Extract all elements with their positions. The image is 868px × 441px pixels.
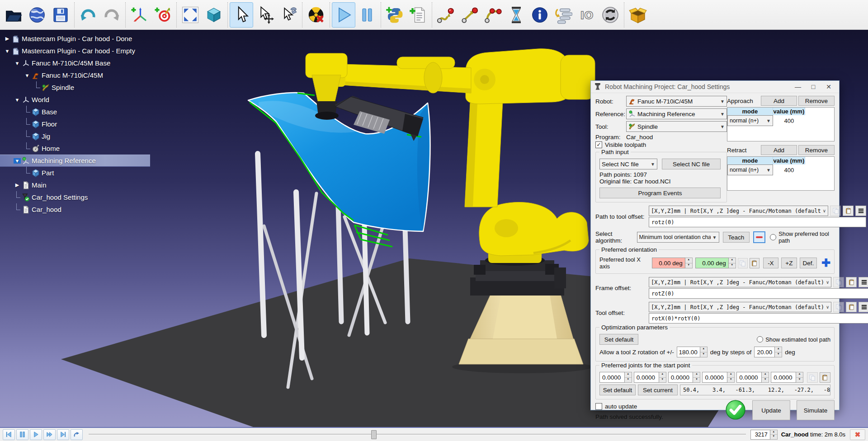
toolbar-program-call-instruction-button[interactable] — [552, 2, 575, 28]
select-nc-file-button[interactable]: Select NC file — [662, 159, 721, 169]
tree-item-jig[interactable]: Jig — [0, 130, 154, 142]
toolbar-move-circular-instruction-button[interactable] — [481, 2, 505, 28]
simulate-button[interactable]: Simulate — [797, 400, 835, 420]
sim-go-end-button[interactable] — [57, 429, 69, 440]
collapse-icon[interactable]: ▼ — [14, 158, 21, 164]
tree-item-mastercam-plugin-car-hood-empty[interactable]: ▼Mastercam Plugin - Car hood - Empty — [0, 45, 154, 57]
current-joints-readout[interactable]: 50.4, 3.4, -61.3, 12.2, -27.2, -80.3∨ — [680, 385, 830, 395]
toolbar-pause-button[interactable] — [355, 2, 379, 28]
collapse-icon[interactable]: ▼ — [24, 73, 31, 78]
tree-item-part[interactable]: Part — [0, 167, 154, 179]
sim-pause-button[interactable] — [16, 429, 28, 440]
plus-z-button[interactable]: +Z — [781, 258, 797, 268]
show-estimated-toolpath-radio[interactable]: Show estimated tool path — [757, 336, 830, 343]
menu-icon[interactable] — [859, 277, 868, 287]
toolbar-redo-button[interactable] — [100, 2, 123, 28]
paste-icon[interactable] — [750, 258, 760, 268]
toolbar-move-linear-instruction-button[interactable] — [458, 2, 481, 28]
sim-fast-forward-button[interactable] — [43, 429, 56, 440]
tool-select[interactable]: Spindle▼ — [626, 121, 727, 132]
copy-icon[interactable] — [833, 277, 844, 287]
paste-icon[interactable] — [846, 277, 857, 287]
joint-6-spinner[interactable]: 0.0000▲▼ — [771, 372, 803, 383]
tree-item-machining-reference[interactable]: ▼Machining Reference — [0, 155, 150, 167]
approach-value[interactable]: 400 — [773, 117, 805, 124]
reference-select[interactable]: Machining Reference▼ — [626, 108, 727, 119]
close-simulation-icon[interactable]: ✖ — [850, 429, 865, 440]
joint-2-spinner[interactable]: 0.0000▲▼ — [634, 372, 666, 383]
tree-item-fanuc-m-710ic-45m-base[interactable]: ▼Fanuc M-710iC/45M Base — [0, 57, 154, 69]
joints-set-current-button[interactable]: Set current — [638, 385, 678, 395]
toolbar-play-button[interactable] — [332, 2, 355, 28]
tree-item-spindle[interactable]: Spindle — [0, 81, 154, 94]
algorithm-select[interactable]: Minimum tool orientation change▼ — [637, 232, 719, 243]
toolbar-open-file-button[interactable] — [2, 2, 25, 28]
path-offset-format-select[interactable]: [X,Y,Z]mm | Rot[X,Y ,Z ]deg - Fanuc/Moto… — [649, 206, 828, 216]
toolbar-package-button[interactable] — [626, 2, 650, 28]
rotation-spinner[interactable]: 180.00 ▲▼ — [677, 347, 708, 357]
joint-4-spinner[interactable]: 0.0000▲▼ — [702, 372, 735, 383]
copy-icon[interactable] — [830, 206, 841, 216]
default-button[interactable]: Def. — [800, 258, 817, 268]
toolbar-add-python-program-button[interactable] — [383, 2, 406, 28]
step-spinner[interactable]: 20.00 ▲▼ — [754, 347, 782, 357]
joint-5-spinner[interactable]: 0.0000▲▼ — [736, 372, 769, 383]
tree-item-fanuc-m-710ic-45m[interactable]: ▼Fanuc M-710iC/45M — [0, 69, 154, 81]
toolbar-select-cursor-button[interactable] — [230, 2, 253, 28]
tool-x-deg1-spinner[interactable]: 0.00 deg ▲▼ — [652, 258, 693, 268]
toolbar-set-io-instruction-button[interactable]: IO — [575, 2, 599, 28]
update-button[interactable]: Update — [752, 400, 790, 420]
approach-mode-select[interactable]: normal (n+)▼ — [727, 115, 773, 126]
nc-file-select[interactable]: Select NC file▼ — [599, 159, 657, 169]
collapse-icon[interactable]: ▼ — [4, 48, 11, 54]
paste-icon[interactable] — [846, 302, 857, 312]
simulation-slider[interactable] — [89, 429, 746, 440]
retract-add-button[interactable]: Add — [761, 145, 797, 155]
path-offset-input[interactable]: rotz(0) — [649, 217, 866, 227]
tree-item-floor[interactable]: Floor — [0, 118, 154, 130]
frame-offset-input[interactable]: rotZ(0) — [649, 288, 868, 299]
expand-icon[interactable]: ▶ — [14, 182, 21, 188]
toolbar-save-station-button[interactable] — [49, 2, 72, 28]
frame-spinner[interactable]: 3217 ▲▼ — [750, 430, 778, 440]
tree-item-mastercam-plugin-car-hood-done[interactable]: ▶Mastercam Plugin - Car hood - Done — [0, 33, 154, 45]
toolbar-run-on-robot-button[interactable] — [599, 2, 622, 28]
add-orientation-icon[interactable]: ✚ — [821, 258, 830, 268]
tree-item-car-hood[interactable]: Car_hood — [0, 203, 154, 216]
joints-set-default-button[interactable]: Set default — [599, 385, 636, 395]
retract-remove-button[interactable]: Remove — [798, 145, 835, 155]
menu-icon[interactable] — [855, 206, 866, 216]
toolbar-add-target-button[interactable] — [151, 2, 175, 28]
sim-play-button[interactable] — [30, 429, 42, 440]
toolbar-isometric-view-button[interactable] — [202, 2, 226, 28]
approach-add-button[interactable]: Add — [761, 96, 797, 106]
tree-item-main[interactable]: ▶Main — [0, 179, 154, 191]
retract-value[interactable]: 400 — [773, 167, 805, 174]
sim-go-start-button[interactable] — [3, 429, 15, 440]
toolbar-move-reference-cursor-button[interactable] — [253, 2, 277, 28]
collapse-icon[interactable]: ▼ — [14, 97, 21, 103]
paste-icon[interactable] — [820, 372, 830, 383]
retract-mode-select[interactable]: normal (n+)▼ — [727, 164, 773, 175]
paste-icon[interactable] — [843, 206, 854, 216]
approach-remove-button[interactable]: Remove — [798, 96, 835, 106]
toolbar-pause-instruction-button[interactable] — [505, 2, 528, 28]
maximize-icon[interactable]: □ — [806, 83, 821, 90]
toolbar-add-reference-frame-button[interactable] — [127, 2, 151, 28]
opt-set-default-button[interactable]: Set default — [599, 334, 638, 345]
tool-offset-input[interactable]: rotX(0)*rotY(0) — [649, 313, 868, 324]
tree-item-base[interactable]: Base — [0, 106, 154, 118]
toolbar-undo-button[interactable] — [76, 2, 100, 28]
toolbar-open-library-button[interactable] — [25, 2, 49, 28]
teach-button[interactable]: Teach — [723, 232, 750, 243]
copy-icon[interactable] — [738, 258, 748, 268]
copy-icon[interactable] — [807, 372, 818, 383]
toolbar-fit-all-button[interactable] — [179, 2, 202, 28]
toolbar-add-program-button[interactable] — [406, 2, 430, 28]
toolbar-move-robot-cursor-button[interactable] — [277, 2, 300, 28]
auto-update-checkbox[interactable]: auto update — [595, 403, 663, 410]
frame-offset-format-select[interactable]: [X,Y,Z]mm | Rot[X,Y ,Z ]deg - Fanuc/Moto… — [649, 277, 831, 287]
joint-1-spinner[interactable]: 0.0000▲▼ — [599, 372, 632, 383]
toolbar-move-joint-instruction-button[interactable] — [434, 2, 458, 28]
tree-item-home[interactable]: Home — [0, 142, 154, 155]
